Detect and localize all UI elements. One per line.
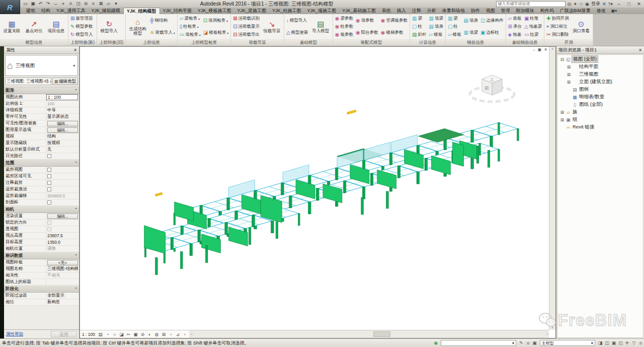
property-row[interactable]: 目标高度 1350.0 (4, 239, 79, 246)
view-minimize-icon[interactable]: – (533, 47, 535, 52)
workset-dropdown[interactable]: ▾ (441, 340, 516, 346)
property-row[interactable]: 视点高度 23807.5 (4, 233, 79, 239)
ribbon-tab[interactable]: YJK_楼板施工图 (195, 8, 234, 14)
filter-icon[interactable]: ▽ (632, 340, 635, 345)
ribbon-tab[interactable]: 体量和场地 (439, 8, 468, 14)
ribbon-button[interactable]: ◉墙参数▾ (355, 15, 379, 27)
select-underlay-icon[interactable]: ◫ (605, 340, 609, 345)
checkbox[interactable] (47, 168, 51, 172)
property-section-header[interactable]: 标识数据⌃ (4, 252, 79, 259)
horizontal-scrollbar[interactable]: ‹ › (190, 330, 549, 338)
property-row[interactable]: 远剪裁偏移 304800.0 (4, 193, 79, 199)
design-option-dropdown[interactable]: 主模型▾ (540, 340, 595, 346)
vertical-scrollbar[interactable]: ˄ ˅ (549, 47, 555, 330)
ribbon-tab[interactable]: 建筑 (23, 8, 38, 14)
ribbon-tab[interactable]: YJK_结构模型 (123, 8, 160, 14)
redo-button[interactable]: ↷ (45, 1, 51, 7)
tree-expander-icon[interactable]: ⊞ (566, 80, 572, 85)
visual-style-icon[interactable]: ◔ (105, 332, 110, 337)
property-row[interactable]: 视图名称 三维视图-结构模型 (4, 266, 79, 272)
tree-item[interactable]: ▤ 图例 (557, 86, 643, 93)
ribbon-button[interactable]: ↻模型导入▾ (98, 15, 120, 39)
select-by-face-icon[interactable]: ◰ (618, 340, 623, 345)
save-button[interactable]: ▣ (30, 1, 36, 7)
help-search-input[interactable] (496, 1, 566, 7)
ribbon-button[interactable]: ✚协同开洞▾ (545, 15, 570, 23)
application-menu-button[interactable]: R (0, 0, 20, 14)
ribbon-button[interactable]: ⊠活荷载识别▾ (232, 15, 261, 23)
property-row[interactable]: 相位 新构造 (4, 299, 79, 306)
ribbon-tab[interactable]: YJK_柱施工图 (269, 8, 304, 14)
tree-item[interactable]: ∞ Revit 链接 (557, 123, 643, 131)
ribbon-button[interactable]: ⊡活荷载显示▾ (232, 23, 261, 31)
scrollbar-thumb[interactable] (373, 331, 390, 337)
property-row[interactable]: 远剪裁激活 (4, 186, 79, 193)
edit-type-button[interactable]: ⊞编辑类型 (52, 78, 78, 85)
design-options-icon[interactable]: ▣ (532, 340, 537, 345)
checkbox[interactable] (47, 187, 51, 191)
minimize-button[interactable]: – (615, 2, 623, 7)
checkbox[interactable] (47, 154, 51, 158)
close-icon[interactable]: ✕ (638, 48, 642, 52)
ribbon-button[interactable]: ▨斜杆▾ (411, 31, 427, 39)
type-dropdown[interactable]: 三维视图: 三维视图-结 ▾ (5, 78, 51, 85)
property-section-header[interactable]: 阶段化⌃ (4, 286, 79, 293)
tree-item[interactable]: ▦ 明细表/数量 (557, 93, 643, 101)
ribbon-button[interactable]: ◉空调板参数▾ (380, 15, 409, 27)
user-icon[interactable]: ◉ (585, 2, 589, 7)
ribbon-button[interactable]: ◉阳台参数▾ (355, 27, 379, 39)
properties-help-link[interactable]: 属性帮助 (6, 331, 23, 337)
ribbon-button[interactable]: ▣柱墩▾ (523, 15, 543, 23)
ribbon-button[interactable]: ▤墙身▾ (463, 15, 479, 27)
ribbon-button[interactable]: ▭拉梁▾ (523, 31, 543, 39)
ribbon-button[interactable]: ▱底板▾ (507, 15, 523, 23)
tree-expander-icon[interactable]: ⊟ (559, 57, 565, 62)
property-row[interactable]: 相关性 不相关 (4, 272, 79, 279)
section-button[interactable]: ⊘ (83, 1, 89, 7)
drag-on-selection-icon[interactable]: ✛ (625, 340, 629, 345)
ribbon-button[interactable]: ⊞承台▾ (507, 23, 523, 31)
measure-button[interactable]: ↔ (52, 1, 59, 7)
ribbon-button[interactable]: ▥梁▾ (411, 15, 427, 23)
properties-header[interactable]: 属性 ✕ (4, 46, 79, 54)
tree-expander-icon[interactable]: ⊞ (559, 110, 565, 115)
property-row[interactable]: 比例值 1: 100 (4, 101, 79, 107)
select-pinned-icon[interactable]: ▣ (612, 340, 616, 345)
ribbon-button[interactable]: ▥墙梁▾ (428, 15, 444, 23)
ribbon-tab[interactable]: 分析 (424, 8, 439, 14)
ribbon-tab[interactable]: 广联达BIM算量 (557, 8, 594, 14)
detail-level-icon[interactable]: ▤ (98, 332, 103, 337)
ribbon-button[interactable]: △地基梁▾ (523, 23, 543, 31)
scroll-up-icon[interactable]: ˄ (551, 47, 553, 51)
tree-expander-icon[interactable]: ⊞ (559, 117, 565, 122)
ribbon-tab[interactable]: YJK_墙施工图 (304, 8, 340, 14)
crop-view-icon[interactable]: ✂ (126, 332, 131, 337)
property-row[interactable]: 视图比例 1 : 100 (4, 94, 79, 101)
sign-in-label[interactable]: 登录 (591, 1, 600, 7)
ribbon-button[interactable]: △模型更新▾ (285, 27, 309, 39)
property-row[interactable]: 透视图 (4, 226, 79, 233)
property-row[interactable]: 图形显示选项 编辑... (4, 127, 79, 133)
ribbon-button[interactable]: ⊟活荷载导出▾ (232, 31, 261, 39)
ribbon-tab[interactable]: 附加模块 (513, 8, 537, 14)
communication-center-icon[interactable]: ✕ (602, 2, 606, 7)
ribbon-button[interactable]: ▣边框柱▾ (479, 27, 504, 39)
ribbon-button[interactable]: ◉板参数▾ (334, 31, 354, 39)
ribbon-button[interactable]: ◉梁参数▾ (334, 15, 354, 23)
tree-item[interactable]: ⊞ 三维视图 (557, 71, 643, 78)
restore-button[interactable]: □ (625, 2, 633, 7)
checkbox[interactable] (47, 174, 51, 178)
scroll-right-icon[interactable]: › (547, 332, 548, 336)
show-crop-region-icon[interactable]: ▣ (133, 332, 138, 337)
checkbox[interactable] (47, 181, 51, 185)
shadows-icon[interactable]: ◪ (119, 332, 124, 337)
close-button[interactable]: ✕ (635, 2, 643, 7)
open-button[interactable]: ▭ (22, 1, 29, 7)
ribbon-button[interactable]: ✂洞口删除▾ (545, 31, 570, 39)
switch-windows-button[interactable]: ▱ (105, 1, 112, 7)
property-section-header[interactable]: 图形⌃ (4, 87, 79, 94)
ribbon-button[interactable]: ▢柱▾ (411, 23, 427, 31)
ribbon-tab[interactable]: 协作 (468, 8, 483, 14)
ribbon-button[interactable]: ⊡墙洞检查▾ (202, 15, 229, 27)
property-row[interactable]: 日光路径 (4, 153, 79, 160)
